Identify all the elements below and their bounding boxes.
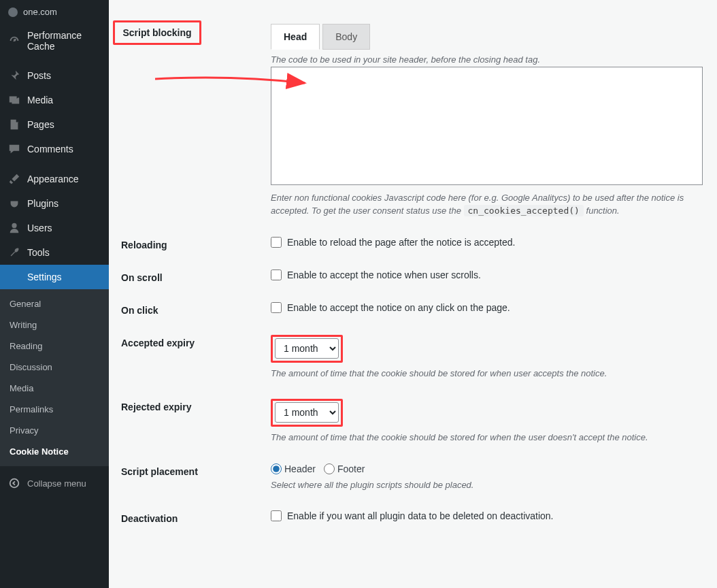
plug-icon (8, 197, 20, 210)
sliders-icon (8, 271, 20, 283)
label: Posts (27, 70, 51, 81)
sub-reading[interactable]: Reading (0, 336, 109, 357)
brush-icon (8, 173, 20, 185)
sub-general[interactable]: General (0, 293, 109, 314)
head-code-textarea[interactable] (271, 67, 703, 185)
sub-permalinks[interactable]: Permalinks (0, 399, 109, 420)
gauge-icon (8, 35, 20, 47)
onscroll-label: On scroll (121, 270, 271, 283)
sidebar-item-pages[interactable]: Pages (0, 112, 109, 137)
script-blocking-label: Script blocking (113, 20, 201, 45)
reloading-text: Enable to reload the page after the noti… (287, 237, 515, 248)
label: Pages (27, 119, 54, 130)
placement-footer-label: Footer (337, 463, 365, 474)
label: Collapse menu (27, 478, 86, 489)
sub-discussion[interactable]: Discussion (0, 357, 109, 378)
code-function: cn_cookies_accepted() (464, 205, 584, 216)
script-placement-label: Script placement (121, 463, 271, 477)
brand-label: one.com (23, 7, 57, 17)
sub-cookie-notice[interactable]: Cookie Notice (0, 441, 109, 462)
sidebar-item-tools[interactable]: Tools (0, 240, 109, 265)
accepted-expiry-label: Accepted expiry (121, 335, 271, 348)
reloading-label: Reloading (121, 237, 271, 250)
annotation-arrow (150, 68, 313, 95)
accepted-expiry-select[interactable]: 1 month (275, 338, 339, 359)
placement-desc: Select where all the plugin scripts shou… (271, 478, 705, 492)
head-code-description: The code to be used in your site header,… (271, 53, 705, 67)
sidebar-item-posts[interactable]: Posts (0, 63, 109, 88)
reloading-checkbox[interactable] (271, 237, 282, 248)
label: Comments (27, 144, 73, 154)
rejected-expiry-label: Rejected expiry (121, 399, 271, 412)
collapse-menu[interactable]: Collapse menu (0, 470, 109, 496)
placement-footer-radio[interactable] (324, 463, 335, 474)
collapse-icon (8, 477, 20, 489)
svg-point-0 (10, 479, 19, 488)
code-tabs: Head Body (271, 23, 705, 49)
brand-icon (8, 7, 18, 17)
label: Media (27, 95, 53, 105)
label: Tools (27, 247, 50, 258)
sidebar-item-appearance[interactable]: Appearance (0, 167, 109, 191)
label: Plugins (27, 198, 59, 209)
onclick-text: Enable to accept the notice on any click… (287, 302, 510, 313)
sidebar-item-users[interactable]: Users (0, 216, 109, 240)
code-help-text: Enter non functional cookies Javascript … (271, 191, 705, 218)
sidebar-item-media[interactable]: Media (0, 88, 109, 112)
sidebar: one.com Performance Cache Posts Media Pa… (0, 0, 109, 588)
deactivation-checkbox[interactable] (271, 510, 282, 521)
sidebar-item-performance[interactable]: Performance Cache (0, 24, 109, 58)
media-icon (8, 94, 20, 106)
placement-header-label: Header (284, 463, 316, 474)
rejected-desc: The amount of time that the cookie shoul… (271, 431, 705, 444)
placement-header-radio[interactable] (271, 463, 282, 474)
wrench-icon (8, 246, 20, 259)
label: Settings (27, 272, 62, 282)
sidebar-item-settings[interactable]: Settings (0, 265, 109, 289)
deactivation-text: Enable if you want all plugin data to be… (287, 510, 554, 521)
main-content: Script blocking Head Body The code to be… (109, 0, 717, 588)
sidebar-item-comments[interactable]: Comments (0, 137, 109, 161)
rejected-expiry-select[interactable]: 1 month (275, 402, 339, 423)
sub-media[interactable]: Media (0, 378, 109, 399)
tab-body[interactable]: Body (322, 24, 370, 50)
comment-icon (8, 143, 20, 155)
settings-submenu: General Writing Reading Discussion Media… (0, 289, 109, 466)
brand-row[interactable]: one.com (0, 0, 109, 24)
annotation-rejected-box: 1 month (271, 399, 343, 427)
label: Appearance (27, 174, 79, 184)
tab-head[interactable]: Head (271, 24, 320, 50)
onscroll-checkbox[interactable] (271, 270, 282, 280)
onscroll-text: Enable to accept the notice when user sc… (287, 270, 481, 280)
sub-writing[interactable]: Writing (0, 314, 109, 336)
label: Performance Cache (27, 30, 101, 52)
onclick-checkbox[interactable] (271, 302, 282, 313)
pin-icon (8, 69, 20, 82)
onclick-label: On click (121, 302, 271, 316)
user-icon (8, 222, 20, 234)
pages-icon (8, 118, 20, 131)
accepted-desc: The amount of time that the cookie shoul… (271, 367, 705, 380)
annotation-accepted-box: 1 month (271, 335, 343, 363)
label: Users (27, 223, 52, 233)
sub-privacy[interactable]: Privacy (0, 420, 109, 441)
deactivation-label: Deactivation (121, 510, 271, 524)
sidebar-item-plugins[interactable]: Plugins (0, 191, 109, 216)
